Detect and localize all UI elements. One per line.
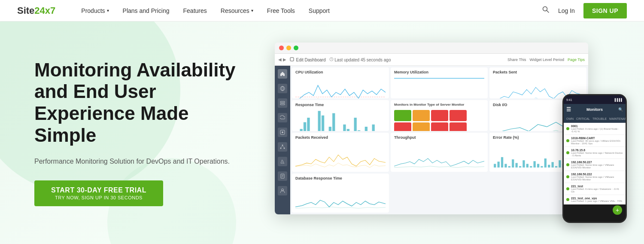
list-item: 10.76.15.6 Last Polled: Some time ago / … (564, 147, 626, 159)
sidebar-server-icon[interactable] (278, 98, 287, 108)
search-icon (542, 6, 550, 13)
sidebar-reports-icon[interactable] (278, 171, 287, 181)
list-item: 0001 Last Polled: A mins ago / (1) Brand… (564, 123, 626, 135)
menu-icon: ☰ (566, 107, 571, 113)
reports-icon (280, 174, 285, 179)
mobile-tab-own[interactable]: OWN (566, 117, 574, 120)
nav-support[interactable]: Support (309, 7, 330, 14)
throughput-chart (394, 141, 484, 169)
share-label[interactable]: Share This (507, 58, 526, 62)
nav-features[interactable]: Features (183, 7, 207, 14)
cpu-chart (295, 76, 386, 98)
web-icon (280, 86, 285, 91)
svg-point-4 (280, 86, 285, 91)
cta-button[interactable]: START 30-DAY FREE TRIAL TRY NOW, SIGN UP… (34, 180, 163, 206)
edit-icon (290, 57, 294, 61)
list-item: 1018-RBM-CART Last Polled: 30 secs ago /… (564, 135, 626, 147)
hero-title: Monitoring Availability and End User Exp… (34, 59, 249, 146)
dash-sidebar (275, 66, 290, 214)
nav-products[interactable]: Products ▾ (81, 7, 109, 14)
sidebar-vm-icon[interactable] (278, 128, 287, 137)
svg-rect-52 (512, 159, 514, 168)
svg-line-14 (283, 146, 284, 148)
signup-button[interactable]: SIGN UP (583, 3, 627, 18)
svg-rect-29 (322, 116, 324, 131)
login-link[interactable]: Log In (558, 7, 575, 14)
logo[interactable]: Site24x7 (17, 5, 55, 16)
db-response-title: Database Response Time (295, 176, 386, 180)
dash-main-grid: CPU Utilization Memory Ut (290, 66, 588, 214)
svg-rect-50 (504, 164, 507, 168)
mobile-search-icon[interactable]: 🔍 (618, 107, 623, 112)
svg-rect-28 (318, 111, 321, 131)
edit-dashboard-label[interactable]: Edit Dashboard (290, 57, 326, 62)
throughput-panel: Throughput (391, 133, 488, 172)
response-title: Response Time (295, 103, 386, 107)
svg-rect-39 (358, 130, 360, 131)
mobile-item-info: 192.168.50.222 Last Polled: Some time ag… (571, 173, 623, 181)
list-item: 221_test Last Polled: A mins ago / Datas… (564, 183, 626, 195)
hero-subtitle: Performance Monitoring Solution for DevO… (34, 156, 249, 167)
monitor-box-5 (394, 122, 411, 131)
svg-rect-63 (552, 162, 554, 168)
sidebar-web-icon[interactable] (278, 84, 287, 93)
svg-line-13 (281, 146, 283, 148)
packets-recv-title: Packets Received (295, 135, 386, 140)
memory-panel-title: Memory Utilization (394, 70, 484, 74)
cpu-panel-title: CPU Utilization (295, 70, 386, 74)
period-label[interactable]: Widget Level Period (529, 58, 564, 62)
svg-rect-41 (365, 127, 368, 131)
nav-resources[interactable]: Resources ▾ (221, 7, 253, 14)
item-sub: Last Polled: A mins ago / Datastore : -0… (571, 188, 623, 193)
packets-sent-title: Packets Sent (493, 70, 583, 74)
network-icon (280, 144, 285, 149)
svg-rect-62 (548, 165, 550, 168)
svg-rect-32 (332, 113, 335, 131)
status-dot-green (566, 139, 569, 142)
mobile-list: 0001 Last Polled: A mins ago / (1) Brand… (564, 123, 626, 204)
svg-rect-23 (300, 129, 303, 131)
mobile-tab-critical[interactable]: CRITICAL (576, 117, 590, 120)
status-dot-green (566, 198, 569, 201)
item-sub: Last Polled: Some time ago / VMware ESXi… (571, 164, 623, 169)
svg-rect-65 (559, 160, 561, 168)
svg-rect-36 (347, 129, 349, 131)
db-response-chart (295, 182, 386, 210)
window-maximize-dot (294, 46, 298, 50)
sidebar-azure-icon[interactable] (278, 157, 287, 166)
mobile-fab-button[interactable]: + (613, 205, 622, 215)
svg-rect-55 (522, 160, 525, 168)
status-dot-green (566, 163, 569, 166)
sidebar-admin-icon[interactable] (278, 186, 287, 195)
chevron-down-icon: ▾ (251, 8, 253, 13)
status-dot-green (566, 151, 569, 154)
svg-rect-56 (526, 164, 529, 168)
sidebar-home-icon[interactable] (278, 69, 287, 79)
mobile-tab-trouble[interactable]: TROUBLE (592, 117, 607, 120)
tips-label[interactable]: Page Tips (568, 58, 585, 62)
response-chart (295, 109, 386, 131)
packets-recv-chart (295, 141, 386, 169)
item-sub: Last Polled: A mins ago / (1) Brand Node… (571, 128, 623, 133)
nav-free-tools[interactable]: Free Tools (267, 7, 295, 14)
item-sub: Last Polled: Some time ago / VMware ESXi… (571, 176, 623, 181)
sidebar-cloud-icon[interactable] (278, 113, 287, 122)
mobile-tab-maintenance[interactable]: MAINTENANCE (609, 117, 627, 120)
svg-rect-31 (329, 127, 331, 131)
svg-rect-64 (555, 166, 557, 168)
sidebar-network-icon[interactable] (278, 142, 287, 152)
nav-plans-pricing[interactable]: Plans and Pricing (123, 7, 170, 14)
mobile-item-info: 221_test Last Polled: A mins ago / Datas… (571, 185, 623, 193)
item-sub: Last Polled: 1 year ago / VMware VMs : 7… (571, 200, 623, 202)
toolbar-right: Share This Widget Level Period Page Tips (507, 58, 585, 62)
monitor-type-panel: Monitors in Monitor Type of Server Monit… (391, 100, 488, 131)
svg-point-5 (282, 86, 283, 91)
mobile-item-info: 1018-RBM-CART Last Polled: 30 secs ago /… (571, 137, 623, 145)
mobile-item-info: 10.76.15.6 Last Polled: Some time ago / … (571, 149, 623, 157)
monitor-boxes (394, 108, 484, 131)
window-body: CPU Utilization Memory Ut (275, 66, 588, 214)
cloud-icon (280, 115, 285, 120)
search-button[interactable] (542, 6, 550, 15)
svg-rect-2 (290, 58, 294, 61)
window-titlebar (275, 43, 588, 54)
